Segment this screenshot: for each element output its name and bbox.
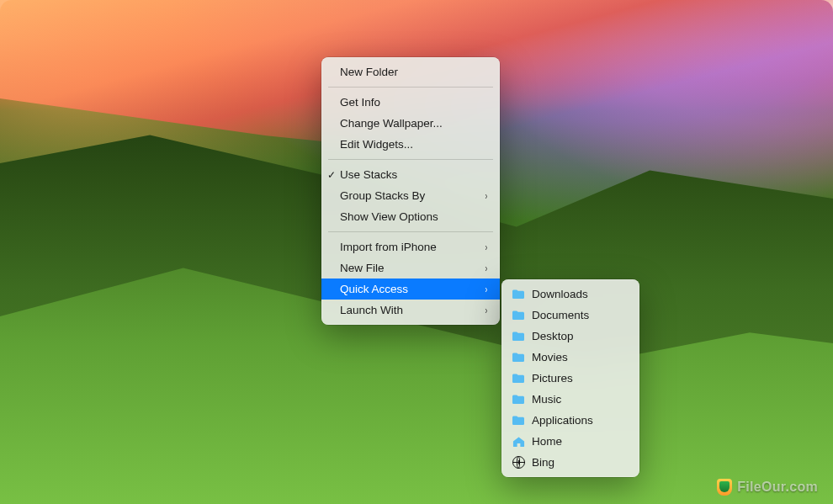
submenu-item-movies[interactable]: Movies (501, 347, 639, 368)
home-icon (512, 435, 525, 448)
submenu-item-desktop[interactable]: Desktop (501, 326, 639, 347)
watermark: FileOur.com (717, 479, 818, 496)
submenu-item-music[interactable]: Music (501, 389, 639, 410)
menu-item-label: New Folder (340, 65, 488, 80)
menu-item-edit-widgets[interactable]: Edit Widgets... (321, 134, 500, 155)
menu-item-show-view-options[interactable]: Show View Options (321, 206, 500, 227)
submenu-item-label: Pictures (532, 371, 628, 386)
menu-item-label: Quick Access (340, 282, 485, 297)
desktop-wallpaper[interactable]: New Folder Get Info Change Wallpaper... … (0, 0, 833, 504)
folder-icon (512, 309, 525, 322)
submenu-item-label: Bing (532, 455, 628, 470)
watermark-text: FileOur.com (737, 480, 818, 495)
menu-item-label: Use Stacks (340, 167, 488, 183)
menu-separator (328, 231, 493, 232)
submenu-item-documents[interactable]: Documents (501, 305, 639, 326)
chevron-right-icon: › (485, 242, 488, 252)
menu-item-label: Edit Widgets... (340, 137, 488, 152)
submenu-item-bing[interactable]: Bing (501, 452, 639, 473)
chevron-right-icon: › (485, 284, 488, 294)
menu-item-use-stacks[interactable]: ✓ Use Stacks (321, 164, 500, 185)
folder-icon (512, 372, 525, 385)
menu-item-label: Import from iPhone (340, 240, 485, 255)
submenu-item-applications[interactable]: Applications (501, 410, 639, 431)
submenu-item-pictures[interactable]: Pictures (501, 368, 639, 389)
globe-icon (512, 456, 525, 470)
menu-item-label: Get Info (340, 95, 488, 110)
submenu-item-label: Music (532, 392, 628, 407)
menu-item-launch-with[interactable]: Launch With › (321, 300, 500, 321)
chevron-right-icon: › (485, 191, 488, 201)
submenu-item-label: Movies (532, 350, 628, 365)
menu-item-change-wallpaper[interactable]: Change Wallpaper... (321, 113, 500, 134)
menu-item-label: Show View Options (340, 210, 488, 225)
menu-item-label: Launch With (340, 303, 485, 318)
menu-item-label: Group Stacks By (340, 188, 485, 204)
folder-icon (512, 288, 525, 301)
menu-item-new-folder[interactable]: New Folder (321, 61, 500, 82)
folder-icon (512, 414, 525, 427)
submenu-item-label: Desktop (532, 329, 628, 344)
menu-item-group-stacks-by[interactable]: Group Stacks By › (321, 185, 500, 206)
submenu-item-label: Documents (532, 308, 628, 323)
submenu-item-label: Applications (532, 413, 628, 428)
chevron-right-icon: › (485, 263, 488, 273)
checkmark-icon: ✓ (327, 170, 336, 180)
desktop-context-menu: New Folder Get Info Change Wallpaper... … (321, 57, 500, 325)
folder-icon (512, 393, 525, 406)
menu-item-label: Change Wallpaper... (340, 116, 488, 131)
quick-access-submenu: Downloads Documents Desktop Movies Pictu… (501, 279, 639, 477)
submenu-item-label: Home (532, 434, 628, 449)
menu-separator (328, 159, 493, 160)
menu-item-new-file[interactable]: New File › (321, 257, 500, 279)
submenu-item-label: Downloads (532, 287, 628, 302)
menu-item-import-from-iphone[interactable]: Import from iPhone › (321, 236, 500, 257)
chevron-right-icon: › (485, 305, 488, 316)
folder-icon (512, 351, 525, 364)
submenu-item-downloads[interactable]: Downloads (501, 284, 639, 305)
submenu-item-home[interactable]: Home (501, 431, 639, 452)
shield-icon (717, 479, 732, 496)
menu-item-get-info[interactable]: Get Info (321, 92, 500, 113)
folder-icon (512, 330, 525, 343)
menu-item-quick-access[interactable]: Quick Access › (321, 279, 500, 300)
menu-item-label: New File (340, 261, 485, 276)
menu-separator (328, 87, 493, 88)
